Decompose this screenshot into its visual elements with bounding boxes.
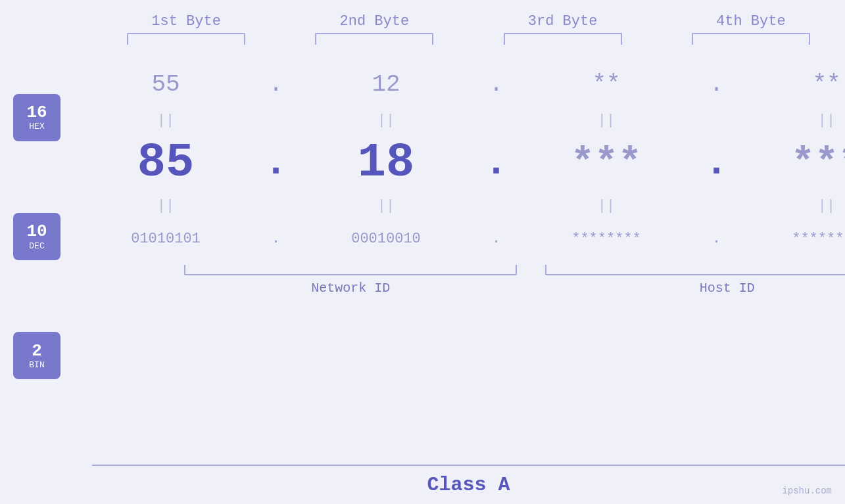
left-labels: 16 HEX 10 DEC 2 BIN [0,51,74,455]
bin-row: 01010101 . 00010010 . ******** . *******… [74,216,845,262]
bin-badge-base: BIN [29,360,44,370]
hex-dot-3: . [710,71,724,98]
hex-badge-number: 16 [26,103,47,122]
watermark: ipshu.com [782,486,832,496]
byte-label-2: 2nd Byte [280,13,468,30]
hex-badge-base: HEX [29,122,44,131]
main-container: 1st Byte 2nd Byte 3rd Byte 4th Byte 16 H… [0,0,845,504]
top-brackets-row [92,33,845,45]
hex-val-1: 55 [151,71,180,98]
class-label: Class A [427,474,510,496]
byte-label-4: 4th Byte [657,13,845,30]
equals-row-2: || || || || [74,196,845,216]
bin-badge: 2 BIN [13,332,60,379]
dec-badge-base: DEC [29,241,44,251]
host-id-label: Host ID [700,281,755,296]
byte-labels-row: 1st Byte 2nd Byte 3rd Byte 4th Byte [92,13,845,30]
dec-dot-1: . [264,141,287,185]
eq2-3: || [598,198,615,214]
eq2-2: || [377,198,395,214]
host-id-bracket-wrap: Host ID [536,265,846,296]
network-id-bracket-wrap: Network ID [166,265,536,296]
byte-label-1: 1st Byte [92,13,280,30]
top-bracket-1 [127,33,245,45]
hex-dot-1: . [269,71,283,98]
host-id-bracket [545,265,845,275]
hex-val-2: 12 [372,71,400,98]
dec-val-1: 85 [137,136,194,190]
bin-val-2: 00010010 [351,231,421,247]
top-bracket-2 [315,33,433,45]
dec-dot-2: . [484,141,508,185]
bin-dot-3: . [712,231,721,247]
eq2-4: || [818,198,835,214]
bottom-brackets-row: Network ID Host ID [166,265,845,296]
dec-row: 85 . 18 . *** . *** [74,130,845,196]
dec-val-3: *** [571,141,642,185]
hex-val-4: ** [812,71,840,98]
content-area: 16 HEX 10 DEC 2 BIN 55 . 12 . ** [0,51,845,455]
eq1-1: || [157,112,174,129]
network-id-label: Network ID [311,281,390,296]
hex-dot-2: . [489,71,504,98]
equals-row-1: || || || || [74,110,845,130]
hex-val-3: ** [592,71,620,98]
class-row: Class A [92,465,845,504]
top-bracket-4 [692,33,810,45]
dec-dot-3: . [704,141,728,185]
bin-badge-number: 2 [32,342,42,361]
byte-label-3: 3rd Byte [469,13,657,30]
bin-val-4: ******** [792,231,845,247]
hex-badge: 16 HEX [13,94,60,141]
data-columns: 55 . 12 . ** . ** || || || [74,51,845,455]
bin-val-3: ******** [571,231,641,247]
eq1-4: || [818,112,835,129]
dec-val-2: 18 [358,136,414,190]
eq2-1: || [157,198,174,214]
dec-badge: 10 DEC [13,213,60,260]
bin-dot-1: . [272,231,280,247]
bottom-section: Network ID Host ID [166,265,845,296]
bin-val-1: 01010101 [131,231,201,247]
dec-val-4: *** [791,141,845,185]
bin-dot-2: . [492,231,500,247]
eq1-3: || [598,112,615,129]
dec-badge-number: 10 [26,222,47,241]
hex-row: 55 . 12 . ** . ** [74,58,845,110]
network-id-bracket [184,265,517,275]
top-bracket-3 [504,33,622,45]
eq1-2: || [377,112,395,129]
